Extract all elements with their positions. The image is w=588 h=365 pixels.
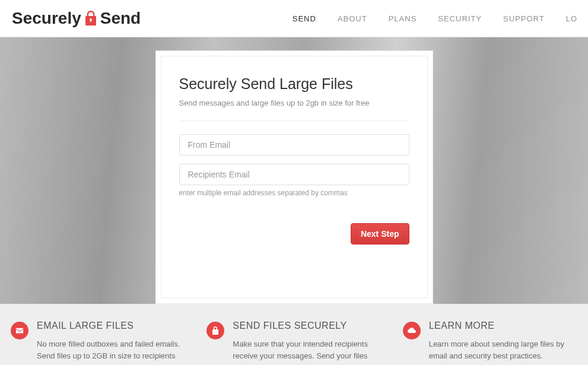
nav-plans[interactable]: PLANS bbox=[378, 2, 428, 35]
feature-desc: No more filled outboxes and failed email… bbox=[37, 338, 185, 362]
nav-security[interactable]: SECURITY bbox=[427, 2, 492, 35]
from-email-input[interactable] bbox=[179, 134, 409, 155]
card-subtitle: Send messages and large files up to 2gb … bbox=[179, 99, 409, 107]
send-card: Securely Send Large Files Send messages … bbox=[155, 50, 433, 304]
feature-desc: Learn more about sending large files by … bbox=[429, 338, 577, 362]
feature-title: EMAIL LARGE FILES bbox=[37, 320, 185, 331]
hero-section: Securely Send Large Files Send messages … bbox=[0, 37, 588, 304]
recipients-email-input[interactable] bbox=[179, 164, 409, 185]
feature-email: EMAIL LARGE FILES No more filled outboxe… bbox=[11, 320, 185, 362]
next-step-button[interactable]: Next Step bbox=[351, 223, 409, 245]
send-card-inner: Securely Send Large Files Send messages … bbox=[161, 56, 428, 299]
nav-support[interactable]: SUPPORT bbox=[492, 2, 555, 35]
feature-title: LEARN MORE bbox=[429, 320, 577, 331]
button-row: Next Step bbox=[179, 223, 409, 245]
logo-text-1: Securely bbox=[12, 9, 81, 28]
feature-learn: LEARN MORE Learn more about sending larg… bbox=[403, 320, 577, 362]
nav-about[interactable]: ABOUT bbox=[327, 2, 378, 35]
main-nav: SEND ABOUT PLANS SECURITY SUPPORT LO bbox=[282, 2, 588, 35]
logo-text-2: Send bbox=[100, 9, 141, 28]
feature-secure: SEND FILES SECURELY Make sure that your … bbox=[206, 320, 381, 362]
recipients-help-text: enter multiple email addresses separated… bbox=[179, 189, 409, 197]
header: Securely Send SEND ABOUT PLANS SECURITY … bbox=[0, 0, 588, 37]
card-title: Securely Send Large Files bbox=[179, 75, 409, 93]
feature-title: SEND FILES SECURELY bbox=[233, 320, 381, 331]
lock-solid-icon bbox=[206, 322, 224, 339]
feature-desc: Make sure that your intended recipients … bbox=[233, 338, 381, 362]
logo[interactable]: Securely Send bbox=[12, 9, 141, 28]
nav-send[interactable]: SEND bbox=[282, 2, 327, 35]
lock-icon bbox=[84, 10, 98, 27]
nav-login[interactable]: LO bbox=[555, 2, 588, 35]
svg-rect-1 bbox=[90, 20, 91, 22]
cloud-icon bbox=[403, 322, 421, 339]
envelope-icon bbox=[11, 322, 28, 339]
features-section: EMAIL LARGE FILES No more filled outboxe… bbox=[0, 304, 588, 365]
divider bbox=[179, 120, 409, 121]
